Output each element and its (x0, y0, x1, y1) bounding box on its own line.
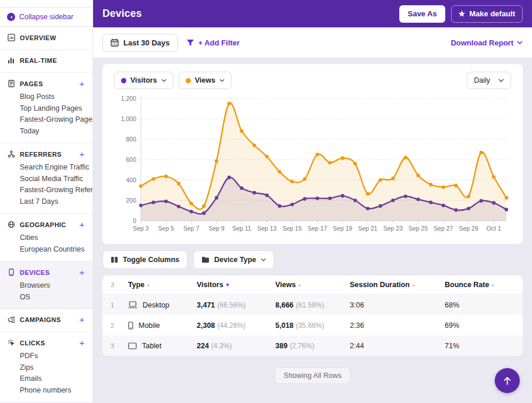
columns-icon (111, 256, 118, 263)
svg-text:Sep 11: Sep 11 (232, 225, 251, 232)
add-clicks-report-button[interactable]: + (79, 340, 86, 346)
sidebar-section-clicks: CLICKS + PDFs Zips Emails Phone numbers (0, 332, 93, 402)
calendar-icon (111, 38, 119, 47)
page-title: Devices (102, 8, 393, 20)
table-row-mobile[interactable]: 2 Mobile 2,308(44.26%) 5,018(35.66%) 2:3… (102, 315, 523, 335)
sort-desc-icon: ▾ (226, 282, 229, 288)
chart-card: Visitors Views Daily 02004006008001,0001… (102, 64, 523, 244)
views-series-button[interactable]: Views (179, 72, 232, 89)
svg-text:1,200: 1,200 (121, 95, 136, 102)
star-icon: ★ (459, 10, 466, 17)
device-type-button[interactable]: Device Type (193, 250, 274, 269)
device-icon (7, 268, 15, 276)
column-header-bounce-rate[interactable]: Bounce Rate▸ (445, 281, 515, 289)
table-footer: Showing All Rows (102, 356, 523, 384)
sidebar-item-realtime[interactable]: REAL-TIME (0, 54, 93, 68)
svg-text:Oct 1: Oct 1 (487, 225, 501, 232)
sidebar-section-devices: DEVICES + Browsers OS (0, 261, 93, 309)
realtime-bars-icon (7, 57, 15, 64)
chevron-down-icon (517, 41, 523, 44)
sidebar-item-last-7-days[interactable]: Last 7 Days (0, 196, 93, 208)
sort-icon: ▸ (299, 282, 301, 288)
svg-text:Sep 9: Sep 9 (208, 225, 225, 232)
sidebar-item-emails[interactable]: Emails (0, 373, 93, 385)
sidebar-item-referrers[interactable]: REFERRERS + (0, 147, 93, 161)
sidebar-item-top-landing-pages[interactable]: Top Landing Pages (0, 103, 93, 115)
desktop-icon (128, 301, 137, 309)
table-row-tablet[interactable]: 3 Tablet 224(4.3%) 389(2.76%) 2:44 71% (102, 335, 523, 356)
scroll-to-top-button[interactable] (495, 368, 520, 393)
collapse-sidebar-button[interactable]: Collapse sidebar (0, 7, 93, 27)
svg-text:Sep 17: Sep 17 (308, 225, 327, 232)
sidebar: Collapse sidebar OVERVIEW REAL-TIME (0, 0, 93, 403)
add-pages-report-button[interactable]: + (79, 81, 86, 87)
sort-icon: ▸ (492, 282, 494, 288)
sidebar-item-social-media-traffic[interactable]: Social Media Traffic (0, 174, 93, 185)
visitors-dot-icon (121, 78, 126, 83)
table-row-desktop[interactable]: 1 Desktop 3,471(66.56%) 8,666(61.58%) 3:… (102, 295, 523, 315)
filter-bar: Last 30 Days + Add Filter Download Repor… (93, 27, 532, 58)
sidebar-item-devices[interactable]: DEVICES + (0, 265, 93, 280)
sidebar-item-cities[interactable]: Cities (0, 232, 93, 244)
sidebar-item-clicks[interactable]: CLICKS + (0, 335, 93, 350)
page-header: Devices Save As ★ Make default (93, 0, 532, 27)
make-default-button[interactable]: ★ Make default (451, 5, 523, 23)
sidebar-section-realtime: REAL-TIME (0, 50, 93, 73)
sidebar-item-phone-numbers[interactable]: Phone numbers (0, 385, 93, 397)
svg-text:200: 200 (126, 197, 136, 204)
sidebar-section-campaigns: CAMPAIGNS + (0, 309, 93, 332)
row-count: 3 (111, 281, 128, 288)
app: Collapse sidebar OVERVIEW REAL-TIME (0, 0, 532, 403)
svg-text:1,000: 1,000 (121, 115, 136, 122)
svg-text:Sep 7: Sep 7 (183, 225, 200, 232)
chevron-down-icon (498, 79, 504, 82)
column-header-views[interactable]: Views▸ (275, 281, 350, 289)
sidebar-item-pdfs[interactable]: PDFs (0, 351, 93, 362)
date-range-button[interactable]: Last 30 Days (102, 34, 178, 52)
collapse-arrow-icon (7, 13, 15, 21)
save-as-button[interactable]: Save As (399, 5, 445, 23)
table-header-row: 3 Type▸ Visitors▾ Views▸ Session Duratio… (102, 275, 523, 295)
referrers-icon (7, 150, 15, 158)
add-filter-button[interactable]: + Add Filter (186, 38, 240, 47)
column-header-visitors[interactable]: Visitors▾ (197, 281, 275, 289)
sidebar-item-pages[interactable]: PAGES + (0, 76, 93, 91)
sidebar-section-referrers: REFERRERS + Search Engine Traffic Social… (0, 143, 93, 214)
sidebar-item-overview[interactable]: OVERVIEW (0, 30, 93, 45)
sidebar-section-pages: PAGES + Blog Posts Top Landing Pages Fas… (0, 73, 93, 143)
pages-icon (7, 80, 15, 87)
sidebar-item-os[interactable]: OS (0, 292, 93, 303)
interval-select[interactable]: Daily (467, 72, 511, 89)
content: Visitors Views Daily 02004006008001,0001… (93, 58, 532, 403)
sidebar-item-european-countries[interactable]: European Countries (0, 244, 93, 256)
sort-icon: ▸ (147, 282, 150, 288)
add-referrers-report-button[interactable]: + (79, 151, 86, 157)
add-devices-report-button[interactable]: + (79, 270, 86, 275)
sidebar-item-search-engine-traffic[interactable]: Search Engine Traffic (0, 162, 93, 174)
svg-text:Sep 29: Sep 29 (459, 225, 478, 232)
sidebar-item-geographic[interactable]: GEOGRAPHIC + (0, 217, 93, 232)
overview-icon (7, 34, 15, 41)
column-header-session-duration[interactable]: Session Duration▸ (350, 281, 445, 289)
svg-text:800: 800 (126, 136, 136, 143)
sidebar-item-blog-posts[interactable]: Blog Posts (0, 91, 93, 103)
sidebar-item-zips[interactable]: Zips (0, 362, 93, 374)
sidebar-item-campaigns[interactable]: CAMPAIGNS + (0, 313, 93, 327)
add-geographic-report-button[interactable]: + (79, 222, 86, 228)
toggle-columns-button[interactable]: Toggle Columns (102, 250, 187, 269)
visitors-series-button[interactable]: Visitors (114, 72, 173, 89)
mobile-icon (128, 321, 133, 330)
showing-all-rows-button[interactable]: Showing All Rows (275, 367, 350, 384)
add-campaigns-report-button[interactable]: + (79, 317, 86, 323)
devices-table: 3 Type▸ Visitors▾ Views▸ Session Duratio… (102, 275, 523, 356)
chevron-down-icon (219, 79, 225, 82)
sidebar-item-fastest-growing-referrers[interactable]: Fastest-Growing Referrers (0, 185, 93, 196)
views-dot-icon (186, 78, 191, 83)
sidebar-item-fastest-growing-pages[interactable]: Fastest-Growing Pages (0, 114, 93, 126)
column-header-type[interactable]: Type▸ (128, 281, 197, 289)
globe-icon (7, 221, 15, 228)
download-report-button[interactable]: Download Report (451, 38, 523, 47)
sidebar-item-browsers[interactable]: Browsers (0, 280, 93, 292)
sidebar-item-today[interactable]: Today (0, 126, 93, 137)
svg-text:Sep 3: Sep 3 (133, 225, 149, 232)
